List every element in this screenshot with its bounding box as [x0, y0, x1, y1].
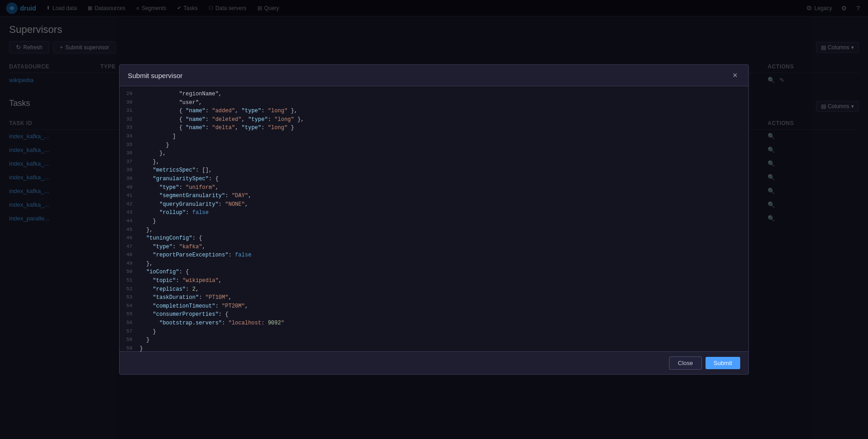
code-line: 34 ]	[120, 132, 748, 141]
line-number: 29	[125, 90, 140, 98]
line-content: },	[140, 158, 159, 167]
line-content: "tuningConfig": {	[140, 234, 202, 243]
line-number: 45	[125, 226, 140, 234]
line-content: "user",	[140, 99, 202, 107]
code-line: 37 },	[120, 158, 748, 167]
line-content: { "name": "added", "type": "long" },	[140, 107, 298, 115]
code-line: 45 },	[120, 226, 748, 235]
line-number: 38	[125, 166, 140, 174]
line-number: 48	[125, 251, 140, 259]
line-number: 47	[125, 243, 140, 251]
line-number: 31	[125, 107, 140, 115]
line-content: "reportParseExceptions": false	[140, 251, 251, 260]
modal-title: Submit supervisor	[128, 72, 183, 79]
line-number: 51	[125, 277, 140, 284]
line-number: 54	[125, 302, 140, 310]
modal-header: Submit supervisor ×	[120, 65, 748, 86]
line-content: "bootstrap.servers": "localhost: 9092"	[140, 319, 284, 328]
code-line: 42 "queryGranularity": "NONE",	[120, 200, 748, 209]
modal-close-button[interactable]: ×	[730, 70, 740, 80]
code-line: 30 "user",	[120, 99, 748, 107]
code-line: 46 "tuningConfig": {	[120, 234, 748, 243]
line-content: }	[140, 336, 150, 345]
line-number: 56	[125, 319, 140, 327]
code-line: 57 }	[120, 328, 748, 336]
line-content: "type": "uniform",	[140, 183, 219, 192]
submit-button[interactable]: Submit	[706, 357, 740, 369]
close-button[interactable]: Close	[669, 356, 701, 370]
line-content: }	[140, 141, 169, 150]
line-number: 43	[125, 209, 140, 216]
line-number: 33	[125, 124, 140, 131]
line-number: 57	[125, 328, 140, 335]
code-line: 29 "regionName",	[120, 90, 748, 99]
line-content: ]	[140, 132, 176, 141]
line-content: },	[140, 149, 166, 158]
code-line: 33 { "name": "delta", "type": "long" }	[120, 124, 748, 132]
line-content: { "name": "deleted", "type": "long" },	[140, 115, 304, 124]
code-line: 54 "completionTimeout": "PT20M",	[120, 302, 748, 311]
line-content: },	[140, 226, 153, 235]
code-line: 47 "type": "kafka",	[120, 243, 748, 251]
line-number: 34	[125, 132, 140, 140]
line-number: 52	[125, 285, 140, 293]
line-content: "queryGranularity": "NONE",	[140, 200, 248, 209]
code-line: 55 "consumerProperties": {	[120, 310, 748, 319]
line-content: }	[140, 328, 156, 336]
line-content: "segmentGranularity": "DAY",	[140, 192, 251, 200]
line-content: "regionName",	[140, 90, 222, 99]
code-line: 32 { "name": "deleted", "type": "long" }…	[120, 115, 748, 124]
code-line: 38 "metricsSpec": [],	[120, 166, 748, 175]
line-number: 39	[125, 175, 140, 183]
line-number: 37	[125, 158, 140, 166]
line-content: { "name": "delta", "type": "long" }	[140, 124, 294, 132]
modal-body[interactable]: 29 "regionName",30 "user",31 { "name": "…	[120, 86, 748, 351]
line-number: 30	[125, 99, 140, 106]
line-number: 35	[125, 141, 140, 149]
line-content: "completionTimeout": "PT20M",	[140, 302, 248, 311]
line-content: "topic": "wikipedia",	[140, 277, 222, 285]
line-content: "ioConfig": {	[140, 268, 189, 277]
line-content: "granularitySpec": {	[140, 175, 219, 183]
line-number: 44	[125, 217, 140, 225]
code-line: 48 "reportParseExceptions": false	[120, 251, 748, 260]
modal-footer: Close Submit	[120, 351, 748, 374]
submit-supervisor-modal: Submit supervisor × 29 "regionName",30 "…	[119, 64, 749, 375]
line-number: 40	[125, 183, 140, 191]
line-content: "type": "kafka",	[140, 243, 205, 251]
code-editor[interactable]: 29 "regionName",30 "user",31 { "name": "…	[120, 86, 748, 351]
line-number: 50	[125, 268, 140, 276]
code-line: 53 "taskDuration": "PT10M",	[120, 293, 748, 302]
line-content: "consumerProperties": {	[140, 310, 228, 319]
line-content: },	[140, 260, 153, 268]
line-content: "replicas": 2,	[140, 285, 199, 294]
code-line: 56 "bootstrap.servers": "localhost: 9092…	[120, 319, 748, 328]
code-line: 51 "topic": "wikipedia",	[120, 277, 748, 285]
line-number: 53	[125, 293, 140, 301]
line-number: 41	[125, 192, 140, 199]
code-line: 58 }	[120, 336, 748, 345]
code-line: 49 },	[120, 260, 748, 268]
line-content: "metricsSpec": [],	[140, 166, 212, 175]
code-line: 41 "segmentGranularity": "DAY",	[120, 192, 748, 200]
line-number: 42	[125, 200, 140, 208]
code-line: 36 },	[120, 149, 748, 158]
code-line: 31 { "name": "added", "type": "long" },	[120, 107, 748, 115]
code-line: 59}	[120, 345, 748, 351]
line-content: }	[140, 217, 156, 226]
line-number: 49	[125, 260, 140, 267]
code-line: 39 "granularitySpec": {	[120, 175, 748, 183]
line-content: }	[140, 345, 143, 351]
code-line: 44 }	[120, 217, 748, 226]
code-line: 52 "replicas": 2,	[120, 285, 748, 294]
line-number: 58	[125, 336, 140, 344]
code-line: 50 "ioConfig": {	[120, 268, 748, 277]
line-number: 32	[125, 115, 140, 123]
line-content: "rollup": false	[140, 209, 209, 217]
line-number: 46	[125, 234, 140, 242]
code-line: 40 "type": "uniform",	[120, 183, 748, 192]
code-line: 43 "rollup": false	[120, 209, 748, 217]
line-content: "taskDuration": "PT10M",	[140, 293, 232, 302]
line-number: 55	[125, 310, 140, 318]
modal-overlay[interactable]: Submit supervisor × 29 "regionName",30 "…	[0, 0, 868, 439]
